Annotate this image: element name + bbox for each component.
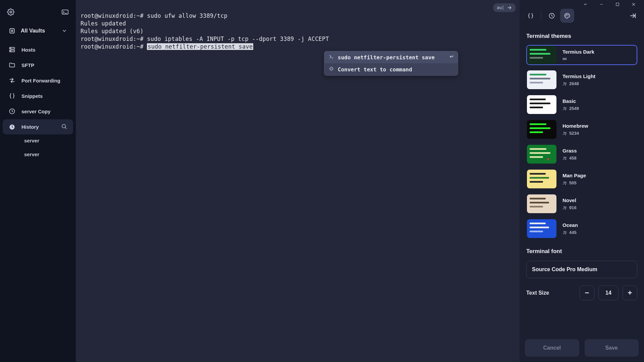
theme-meta: Termius Light2648 bbox=[562, 73, 595, 86]
text-size-label: Text Size bbox=[526, 290, 576, 296]
theme-meta: Ocean445 bbox=[562, 222, 578, 235]
users-icon bbox=[562, 106, 567, 111]
svg-point-27 bbox=[565, 206, 566, 207]
collapse-right-icon bbox=[629, 12, 637, 19]
sidebar-item-label: History bbox=[21, 124, 39, 130]
svg-point-24 bbox=[564, 181, 565, 183]
theme-thumbnail bbox=[527, 145, 556, 164]
terminal-line: root@winuxdroid:~# sudo ufw allow 3389/t… bbox=[80, 12, 515, 20]
text-size-decrease[interactable]: − bbox=[580, 286, 594, 300]
sidebar-item-label: Hosts bbox=[21, 47, 36, 53]
terminal-line: Rules updated (v6) bbox=[80, 27, 515, 35]
users-icon bbox=[562, 205, 567, 210]
svg-point-7 bbox=[10, 51, 11, 51]
theme-count: 2648 bbox=[562, 81, 595, 86]
theme-item[interactable]: Termius Dark∞ bbox=[526, 45, 637, 65]
panel-tab-snippets[interactable] bbox=[524, 9, 538, 23]
font-selector[interactable]: Source Code Pro Medium bbox=[526, 261, 637, 278]
theme-thumbnail bbox=[527, 194, 556, 213]
theme-meta: Grass458 bbox=[562, 148, 577, 161]
collapse-panel-button[interactable] bbox=[626, 9, 640, 23]
highlighted-command: sudo netfilter-persistent save bbox=[147, 43, 253, 50]
svg-rect-11 bbox=[616, 3, 619, 6]
terminal-content[interactable]: root@winuxdroid:~# sudo ufw allow 3389/t… bbox=[76, 0, 520, 55]
search-history-button[interactable] bbox=[61, 123, 67, 130]
theme-item[interactable]: Novel916 bbox=[526, 194, 637, 214]
settings-button[interactable] bbox=[4, 5, 17, 19]
panel-tab-themes[interactable] bbox=[560, 9, 574, 23]
divider bbox=[541, 11, 541, 20]
theme-meta: Basic2549 bbox=[562, 98, 579, 111]
sidebar-item-port-forwarding[interactable]: Port Forwarding bbox=[3, 73, 73, 88]
svg-point-26 bbox=[564, 206, 565, 207]
theme-meta: Termius Dark∞ bbox=[562, 49, 594, 61]
svg-point-23 bbox=[565, 157, 566, 158]
theme-item[interactable]: Termius Light2648 bbox=[526, 70, 637, 90]
theme-name: Homebrew bbox=[562, 123, 588, 129]
theme-name: Basic bbox=[562, 98, 579, 104]
snippets-icon bbox=[527, 12, 534, 19]
sidebar-item-hosts[interactable]: Hosts bbox=[3, 42, 73, 57]
theme-name: Termius Light bbox=[562, 73, 595, 79]
theme-item[interactable]: Ocean445 bbox=[526, 219, 637, 239]
themes-title: Terminal themes bbox=[526, 33, 637, 40]
palette-icon bbox=[564, 12, 571, 19]
theme-count: 5234 bbox=[562, 131, 588, 136]
new-terminal-button[interactable] bbox=[58, 5, 72, 19]
suggestion-item-convert[interactable]: Convert text to command bbox=[324, 63, 458, 75]
svg-point-15 bbox=[568, 15, 569, 15]
history-child-item[interactable]: server bbox=[22, 149, 73, 160]
svg-rect-2 bbox=[10, 28, 14, 33]
theme-item[interactable]: Man Page505 bbox=[526, 169, 637, 189]
svg-point-6 bbox=[10, 48, 11, 49]
port-forwarding-icon bbox=[9, 77, 15, 84]
terminal-line: root@winuxdroid:~# sudo iptables -A INPU… bbox=[80, 35, 515, 43]
sidebar-item-server-copy[interactable]: server Copy bbox=[3, 104, 73, 119]
users-icon bbox=[562, 131, 567, 136]
save-button[interactable]: Save bbox=[585, 339, 639, 357]
svg-point-25 bbox=[565, 182, 566, 183]
theme-item[interactable]: Basic2549 bbox=[526, 95, 637, 115]
history-child-item[interactable]: server bbox=[22, 135, 73, 146]
panel-footer: Cancel Save bbox=[520, 335, 644, 362]
theme-thumbnail bbox=[527, 70, 556, 89]
terminal-icon bbox=[61, 9, 69, 15]
chevron-down-icon bbox=[62, 28, 67, 34]
theme-meta: Homebrew5234 bbox=[562, 123, 588, 136]
svg-point-18 bbox=[564, 107, 565, 108]
vault-icon bbox=[9, 27, 15, 34]
sidebar-item-snippets[interactable]: Snippets bbox=[3, 88, 73, 103]
folder-icon bbox=[9, 62, 15, 68]
panel-tab-history[interactable] bbox=[545, 9, 559, 23]
vaults-selector[interactable]: All Vaults bbox=[3, 24, 72, 38]
nav-section: Hosts SFTP Port Forwarding Snippets serv… bbox=[0, 40, 76, 162]
text-size-row: Text Size − 14 + bbox=[526, 286, 637, 300]
sidebar-item-history[interactable]: History bbox=[3, 119, 73, 134]
terminal-assistant-pill[interactable]: au| bbox=[493, 3, 516, 12]
panel-tabs bbox=[520, 6, 644, 25]
theme-count: ∞ bbox=[562, 57, 594, 61]
cancel-button[interactable]: Cancel bbox=[525, 339, 579, 357]
theme-count: 916 bbox=[562, 205, 577, 210]
theme-item[interactable]: Grass458 bbox=[526, 144, 637, 164]
text-size-increase[interactable]: + bbox=[623, 286, 637, 300]
theme-count: 445 bbox=[562, 230, 578, 235]
theme-count: 458 bbox=[562, 156, 577, 161]
window-controls bbox=[520, 0, 644, 6]
pill-text: au| bbox=[497, 6, 504, 10]
svg-point-28 bbox=[564, 231, 565, 232]
panel-scroll[interactable]: Terminal themes Termius Dark∞Termius Lig… bbox=[520, 25, 644, 335]
text-size-value: 14 bbox=[598, 286, 619, 300]
svg-point-13 bbox=[566, 16, 566, 16]
users-icon bbox=[562, 156, 567, 161]
theme-name: Grass bbox=[562, 148, 577, 154]
sidebar-item-sftp[interactable]: SFTP bbox=[3, 58, 73, 72]
theme-thumbnail bbox=[527, 46, 556, 64]
svg-point-20 bbox=[564, 132, 565, 133]
terminal-area[interactable]: au| root@winuxdroid:~# sudo ufw allow 33… bbox=[76, 0, 520, 362]
terminal-line: root@winuxdroid:~# sudo netfilter-persis… bbox=[80, 43, 515, 51]
suggestion-item-command[interactable]: sudo netfilter-persistent save bbox=[324, 51, 458, 63]
suggestion-text: sudo netfilter-persistent save bbox=[338, 54, 445, 61]
theme-item[interactable]: Homebrew5234 bbox=[526, 119, 637, 139]
sparkle-icon bbox=[328, 66, 334, 73]
